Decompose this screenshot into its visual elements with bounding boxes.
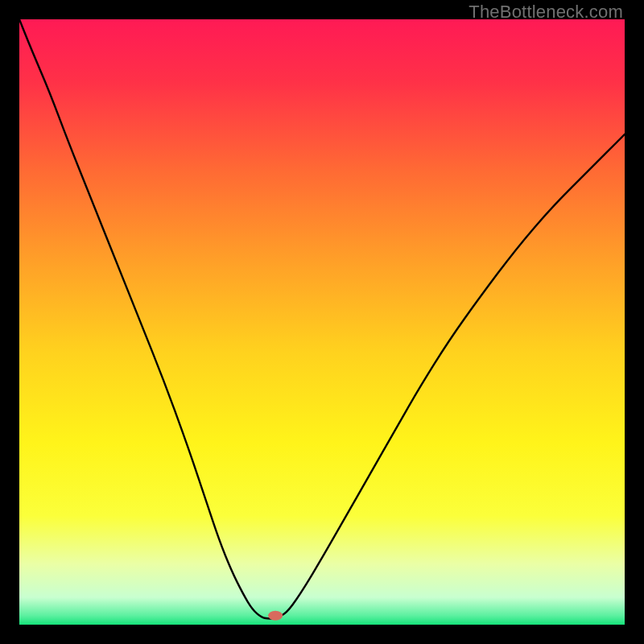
optimal-point-marker — [268, 611, 283, 621]
chart-svg — [19, 19, 625, 625]
chart-frame — [19, 19, 625, 625]
gradient-background — [19, 19, 625, 625]
